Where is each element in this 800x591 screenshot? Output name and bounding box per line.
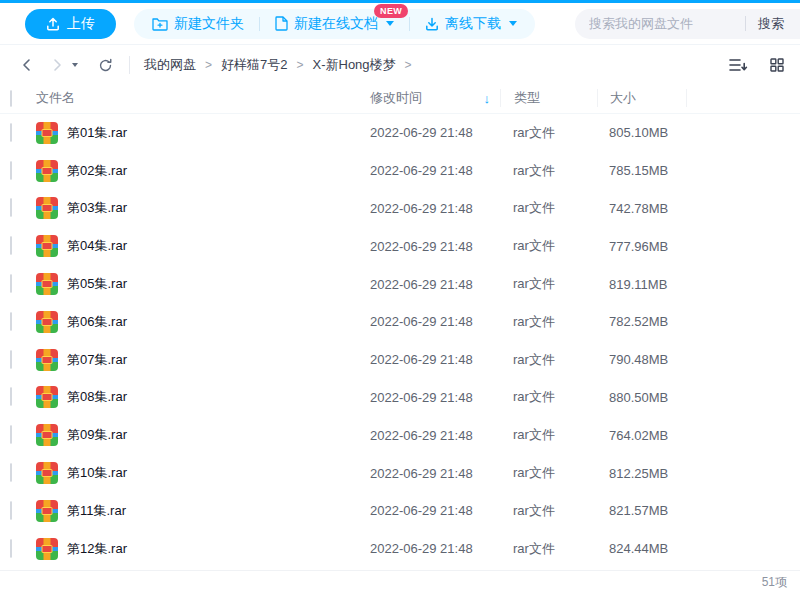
refresh-button[interactable]: [96, 56, 115, 75]
rar-file-icon: [36, 197, 58, 219]
chevron-down-icon: [509, 21, 517, 26]
file-name[interactable]: 第08集.rar: [67, 388, 127, 406]
table-header-wrap: 文件名 修改时间 ↓ 类型 大小: [0, 85, 800, 114]
upload-icon: [46, 17, 60, 31]
new-online-doc-label: 新建在线文档: [294, 15, 378, 33]
file-name[interactable]: 第06集.rar: [67, 313, 127, 331]
row-checkbox[interactable]: [10, 198, 12, 217]
breadcrumb-separator: >: [405, 58, 412, 72]
column-header-extra: [686, 89, 800, 107]
column-header-modified[interactable]: 修改时间 ↓: [370, 89, 500, 107]
new-online-doc-button[interactable]: 新建在线文档 NEW: [273, 15, 396, 33]
list-view-sort-icon[interactable]: [727, 56, 750, 74]
search-separator: [745, 16, 746, 31]
column-header-size[interactable]: 大小: [597, 89, 686, 107]
file-modified-time: 2022-06-29 21:48: [370, 352, 500, 367]
row-checkbox[interactable]: [10, 312, 12, 331]
offline-download-button[interactable]: 离线下载: [423, 15, 519, 33]
toolbar-separator: [259, 17, 260, 31]
table-row[interactable]: 第04集.rar 2022-06-29 21:48 rar文件 777.96MB: [0, 227, 800, 265]
footer: 51项: [0, 570, 800, 591]
rar-file-icon: [36, 424, 58, 446]
table-row[interactable]: 第09集.rar 2022-06-29 21:48 rar文件 764.02MB: [0, 416, 800, 454]
row-checkbox[interactable]: [10, 387, 12, 406]
file-modified-time: 2022-06-29 21:48: [370, 125, 500, 140]
file-name[interactable]: 第02集.rar: [67, 162, 127, 180]
breadcrumb-separator: >: [296, 58, 303, 72]
breadcrumb-item[interactable]: 我的网盘: [144, 56, 196, 74]
history-dropdown-button[interactable]: [66, 61, 84, 69]
upload-button[interactable]: 上传: [25, 9, 116, 39]
file-type: rar文件: [500, 237, 597, 255]
file-name[interactable]: 第01集.rar: [67, 124, 127, 142]
file-name[interactable]: 第12集.rar: [67, 540, 127, 558]
table-row[interactable]: 第12集.rar 2022-06-29 21:48 rar文件 824.44MB: [0, 530, 800, 568]
file-type: rar文件: [500, 351, 597, 369]
toolbar-button-group: 新建文件夹 新建在线文档 NEW: [134, 9, 535, 39]
row-checkbox[interactable]: [10, 236, 12, 255]
file-name[interactable]: 第04集.rar: [67, 237, 127, 255]
row-checkbox[interactable]: [10, 350, 12, 369]
table-row[interactable]: 第01集.rar 2022-06-29 21:48 rar文件 805.10MB: [0, 114, 800, 152]
row-checkbox[interactable]: [10, 501, 12, 520]
table-row[interactable]: 第08集.rar 2022-06-29 21:48 rar文件 880.50MB: [0, 379, 800, 417]
upload-label: 上传: [67, 15, 95, 33]
file-name[interactable]: 第05集.rar: [67, 275, 127, 293]
table-row[interactable]: 第05集.rar 2022-06-29 21:48 rar文件 819.11MB: [0, 265, 800, 303]
file-name[interactable]: 第09集.rar: [67, 426, 127, 444]
row-checkbox[interactable]: [10, 539, 12, 558]
back-button[interactable]: [18, 56, 36, 74]
table-row[interactable]: 第02集.rar 2022-06-29 21:48 rar文件 785.15MB: [0, 152, 800, 190]
rar-file-icon: [36, 122, 58, 144]
file-name[interactable]: 第10集.rar: [67, 464, 127, 482]
file-name[interactable]: 第11集.rar: [67, 502, 126, 520]
offline-download-label: 离线下载: [445, 15, 501, 33]
rar-file-icon: [36, 538, 58, 560]
new-folder-label: 新建文件夹: [174, 15, 244, 33]
row-checkbox[interactable]: [10, 123, 12, 142]
breadcrumb-item[interactable]: 好样猫7号2: [221, 56, 287, 74]
breadcrumb-separator: >: [205, 58, 212, 72]
forward-button[interactable]: [48, 56, 66, 74]
file-type: rar文件: [500, 275, 597, 293]
view-switcher: [727, 56, 786, 74]
table-row[interactable]: 第06集.rar 2022-06-29 21:48 rar文件 782.52MB: [0, 303, 800, 341]
row-checkbox[interactable]: [10, 425, 12, 444]
table-row[interactable]: 第11集.rar 2022-06-29 21:48 rar文件 821.57MB: [0, 492, 800, 530]
rar-file-icon: [36, 462, 58, 484]
file-size: 824.44MB: [597, 541, 686, 556]
breadcrumb: 我的网盘>好样猫7号2>X-新Hong楼梦>: [144, 56, 421, 74]
file-name[interactable]: 第03集.rar: [67, 199, 127, 217]
file-type: rar文件: [500, 313, 597, 331]
file-type: rar文件: [500, 426, 597, 444]
new-folder-icon: [152, 17, 168, 31]
row-checkbox[interactable]: [10, 463, 12, 482]
file-name[interactable]: 第07集.rar: [67, 351, 127, 369]
column-header-name[interactable]: 文件名: [36, 89, 370, 107]
file-type: rar文件: [500, 124, 597, 142]
file-list: 第01集.rar 2022-06-29 21:48 rar文件 805.10MB…: [0, 114, 800, 568]
cloud-drive-page: 上传 新建文件夹 新建在线: [0, 0, 800, 591]
caret-down-icon: [72, 63, 78, 67]
rar-file-icon: [36, 386, 58, 408]
new-folder-button[interactable]: 新建文件夹: [150, 15, 246, 33]
search-input[interactable]: [589, 16, 739, 31]
grid-view-icon[interactable]: [768, 56, 786, 74]
row-checkbox[interactable]: [10, 161, 12, 180]
download-icon: [425, 17, 439, 31]
table-row[interactable]: 第10集.rar 2022-06-29 21:48 rar文件 812.25MB: [0, 454, 800, 492]
search-button[interactable]: 搜索: [758, 15, 784, 33]
row-checkbox[interactable]: [10, 274, 12, 293]
table-row[interactable]: 第07集.rar 2022-06-29 21:48 rar文件 790.48MB: [0, 341, 800, 379]
file-size: 764.02MB: [597, 428, 686, 443]
breadcrumb-item[interactable]: X-新Hong楼梦: [313, 56, 396, 74]
column-header-type[interactable]: 类型: [500, 89, 597, 107]
table-row[interactable]: 第03集.rar 2022-06-29 21:48 rar文件 742.78MB: [0, 190, 800, 228]
rar-file-icon: [36, 273, 58, 295]
file-type: rar文件: [500, 464, 597, 482]
file-modified-time: 2022-06-29 21:48: [370, 390, 500, 405]
file-type: rar文件: [500, 199, 597, 217]
sort-descending-icon[interactable]: ↓: [484, 91, 491, 106]
select-all-checkbox[interactable]: [10, 90, 12, 107]
file-modified-time: 2022-06-29 21:48: [370, 428, 500, 443]
